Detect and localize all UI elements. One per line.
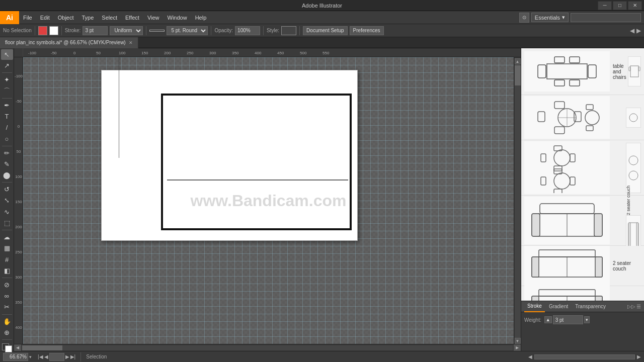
lasso-tool[interactable]: ⌒ [1,86,13,97]
preferences-button[interactable]: Preferences [350,26,384,35]
symbol-sprayer-tool[interactable]: ☁ [1,232,13,242]
column-graph-tool[interactable]: ▦ [1,243,13,253]
stroke-size-select[interactable]: 5 pt. Round [167,26,208,35]
tab-close-icon[interactable]: ✕ [129,40,133,45]
scroll-thumb[interactable] [515,65,521,85]
line-tool[interactable]: / [1,122,13,133]
zoom-input[interactable] [3,353,28,361]
rotate-tool[interactable]: ↺ [1,184,13,195]
h-scroll-track[interactable] [22,345,513,350]
menu-effect[interactable]: Effect [121,11,143,24]
minimize-button[interactable]: ─ [598,1,612,10]
svg-rect-77 [539,290,595,296]
type-tool[interactable]: T [1,111,13,122]
menu-file[interactable]: File [19,11,36,24]
symbol-preview-4 [524,197,610,244]
opacity-input[interactable] [235,26,260,35]
stroke-swatch[interactable] [49,26,58,35]
scissors-tool[interactable]: ✂ [1,302,13,312]
warp-tool[interactable]: ∿ [1,207,13,217]
menu-object[interactable]: Object [54,11,78,24]
icon-panel-button[interactable]: ⊙ [519,13,529,23]
page-next-icon[interactable]: ▶ [65,354,69,359]
zoom-dropdown-icon[interactable]: ▾ [29,354,32,359]
symbol-label-1: table and chairs [610,63,628,80]
style-swatch[interactable] [281,26,296,35]
stroke-value-input[interactable] [83,26,108,35]
arrow-left-icon[interactable]: ◀ [630,27,634,34]
transparency-tab[interactable]: Transparency [572,301,609,312]
menu-select[interactable]: Select [98,11,121,24]
weight-input[interactable] [553,315,583,324]
svg-text:50: 50 [17,149,21,154]
stroke-color-box[interactable] [5,345,12,352]
separator-3 [146,26,146,35]
gradient-tool[interactable]: ◧ [1,265,13,276]
scroll-track[interactable] [515,64,521,338]
mesh-tool[interactable]: # [1,254,13,264]
gradient-tab[interactable]: Gradient [546,301,571,312]
scroll-up-button[interactable]: ▲ [515,58,521,64]
svg-point-53 [554,173,570,189]
svg-rect-61 [532,214,540,236]
menu-view[interactable]: View [143,11,164,24]
stroke-type-select[interactable]: Uniform [110,26,143,35]
hand-tool[interactable]: ✋ [1,316,13,326]
scroll-left-status-icon[interactable]: ◀ [528,354,532,359]
scroll-right-button[interactable]: ▶ [514,344,521,351]
scale-tool[interactable]: ⤡ [1,195,13,206]
menu-window[interactable]: Window [164,11,191,24]
page-prev-start-icon[interactable]: |◀ [38,354,43,359]
direct-selection-tool[interactable]: ↗ [1,60,13,71]
menu-help[interactable]: Help [191,11,211,24]
symbol-item-4[interactable]: 2 seater couch [521,196,644,246]
document-setup-button[interactable]: Document Setup [303,26,348,35]
right-controls: ◀ ▶ [630,27,641,34]
blob-brush-tool[interactable]: ⬤ [1,170,13,180]
menu-edit[interactable]: Edit [36,11,54,24]
ellipse-tool[interactable]: ○ [1,133,13,144]
blend-tool[interactable]: ∞ [1,291,13,301]
zoom-tool[interactable]: ⊕ [1,327,13,338]
close-button[interactable]: ✕ [628,1,642,10]
right-scrollbar[interactable]: ▲ ▼ [514,57,521,344]
h-scroll-status[interactable] [534,354,635,359]
weight-down-icon[interactable]: ▾ [584,316,590,323]
free-transform-tool[interactable]: ⬚ [1,218,13,228]
symbol-item-5[interactable]: 2 seater couch [521,246,644,286]
panel-expand-icon[interactable]: ▷▷ [627,304,635,309]
symbol-item-2[interactable] [521,95,644,140]
magic-wand-tool[interactable]: ✦ [1,74,13,85]
essentials-dropdown[interactable]: Essentials ▾ [531,13,569,22]
document-tab[interactable]: floor plan_inc symbols.ai* @ 66.67% (CMY… [0,37,138,48]
canvas-viewport[interactable]: www.Bandicam.com [23,57,514,344]
ruler-corner [14,48,23,57]
page-prev-icon[interactable]: ◀ [44,354,48,359]
menu-type[interactable]: Type [78,11,98,24]
paintbrush-tool[interactable]: ✏ [1,148,13,158]
h-scroll-thumb[interactable] [22,345,62,350]
page-next-end-icon[interactable]: ▶| [70,354,76,359]
svg-rect-51 [541,154,546,162]
selection-tool[interactable]: ↖ [1,49,13,60]
pencil-tool[interactable]: ✎ [1,159,13,169]
page-input[interactable]: 1 [49,353,64,361]
svg-rect-55 [554,189,562,193]
scroll-left-button[interactable]: ◀ [14,344,21,351]
scroll-right-status-icon[interactable]: ▶ [637,354,641,359]
search-input[interactable] [571,13,641,22]
symbol-item-1[interactable]: table and chairs [521,48,644,95]
maximize-button[interactable]: □ [613,1,627,10]
eyedropper-tool[interactable]: ⊘ [1,280,13,290]
arrow-right-icon[interactable]: ▶ [636,27,641,34]
pen-tool[interactable]: ✒ [1,100,13,111]
symbol-item-6[interactable]: path [521,286,644,301]
stroke-panel: Stroke Gradient Transparency ▷▷ ☰ Weight… [521,301,644,351]
panel-menu-icon[interactable]: ☰ [636,304,641,309]
scroll-down-button[interactable]: ▼ [515,338,521,344]
page-navigation: |◀ ◀ 1 ▶ ▶| [38,353,75,361]
tab-filename: floor plan_inc symbols.ai* @ 66.67% (CMY… [5,40,126,45]
stroke-tab[interactable]: Stroke [524,301,545,312]
fill-swatch[interactable] [38,26,47,35]
weight-up-icon[interactable]: ▲ [544,316,552,323]
